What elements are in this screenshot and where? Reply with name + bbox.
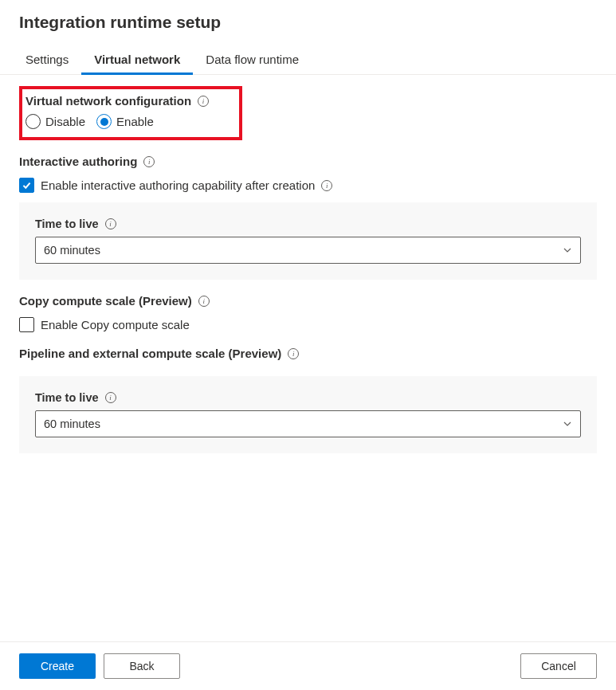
back-button[interactable]: Back (104, 653, 180, 679)
pipeline-compute-text: Pipeline and external compute scale (Pre… (19, 347, 281, 360)
pipeline-ttl-value: 60 minutes (44, 418, 100, 430)
vnet-config-text: Virtual network configuration (26, 94, 191, 108)
info-icon[interactable]: i (198, 96, 209, 107)
chevron-down-icon (563, 419, 572, 429)
interactive-checkbox-label: Enable interactive authoring capability … (41, 178, 315, 192)
pipeline-compute-section: Pipeline and external compute scale (Pre… (19, 347, 597, 453)
vnet-radio-group: Disable Enable (26, 114, 231, 129)
interactive-ttl-select[interactable]: 60 minutes (35, 237, 581, 264)
chevron-down-icon (563, 245, 572, 255)
cancel-button[interactable]: Cancel (520, 653, 597, 679)
interactive-ttl-text: Time to live (35, 218, 99, 230)
footer: Create Back Cancel (0, 641, 616, 690)
radio-circle-selected (96, 114, 112, 129)
copy-compute-checkbox-row: Enable Copy compute scale (19, 317, 597, 332)
info-icon[interactable]: i (143, 156, 155, 167)
interactive-authoring-text: Interactive authoring (19, 155, 137, 168)
pipeline-compute-label: Pipeline and external compute scale (Pre… (19, 347, 299, 360)
pipeline-ttl-panel: Time to live i 60 minutes (19, 376, 597, 453)
radio-disable-label: Disable (45, 115, 85, 128)
info-icon[interactable]: i (321, 180, 332, 191)
copy-compute-label: Copy compute scale (Preview) i (19, 294, 210, 308)
pipeline-ttl-label: Time to live i (35, 391, 116, 404)
tab-data-flow-runtime[interactable]: Data flow runtime (193, 46, 312, 74)
vnet-config-label: Virtual network configuration i (26, 94, 209, 108)
copy-compute-checkbox-label: Enable Copy compute scale (41, 318, 190, 331)
radio-enable-label: Enable (116, 115, 154, 128)
info-icon[interactable]: i (105, 392, 116, 403)
interactive-authoring-section: Interactive authoring i Enable interacti… (19, 155, 597, 280)
info-icon[interactable]: i (105, 218, 116, 229)
pipeline-ttl-text: Time to live (35, 391, 99, 404)
pipeline-ttl-select[interactable]: 60 minutes (35, 410, 581, 437)
radio-dot (100, 118, 108, 126)
interactive-authoring-label: Interactive authoring i (19, 155, 155, 168)
info-icon[interactable]: i (288, 348, 299, 359)
radio-circle-unselected (26, 114, 41, 129)
vnet-config-highlight: Virtual network configuration i Disable … (19, 86, 242, 140)
tab-settings[interactable]: Settings (19, 46, 81, 74)
checkbox-copy-compute[interactable] (19, 317, 34, 332)
tabs: Settings Virtual network Data flow runti… (0, 46, 616, 75)
checkbox-interactive-authoring[interactable] (19, 178, 34, 193)
page-title: Integration runtime setup (19, 13, 597, 32)
interactive-ttl-value: 60 minutes (44, 244, 100, 257)
radio-disable[interactable]: Disable (26, 114, 85, 129)
footer-left: Create Back (19, 653, 180, 679)
tab-virtual-network[interactable]: Virtual network (81, 46, 193, 74)
interactive-ttl-panel: Time to live i 60 minutes (19, 202, 597, 280)
radio-enable[interactable]: Enable (96, 114, 154, 129)
interactive-checkbox-row: Enable interactive authoring capability … (19, 178, 597, 193)
interactive-ttl-label: Time to live i (35, 218, 116, 230)
check-icon (22, 180, 32, 190)
copy-compute-text: Copy compute scale (Preview) (19, 294, 192, 308)
copy-compute-section: Copy compute scale (Preview) i Enable Co… (19, 294, 597, 332)
info-icon[interactable]: i (198, 296, 210, 307)
create-button[interactable]: Create (19, 653, 96, 679)
